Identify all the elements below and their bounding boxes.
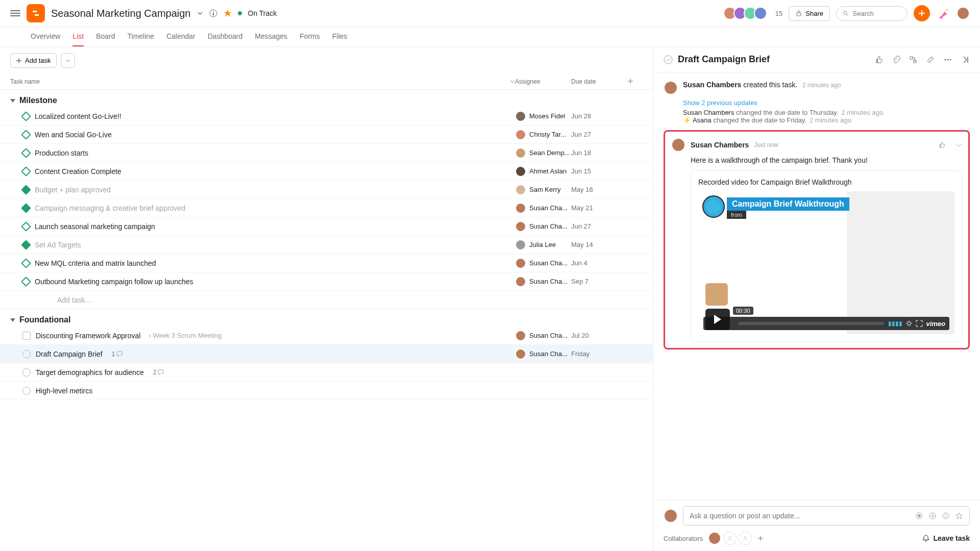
task-assignee[interactable]: Julia Lee [515, 239, 571, 251]
star-icon[interactable] [224, 9, 232, 17]
add-collaborator[interactable] [723, 532, 737, 545]
task-assignee[interactable]: Sean Demp... [515, 147, 571, 159]
fullscreen-icon[interactable] [916, 320, 923, 327]
milestone-icon[interactable] [21, 203, 31, 213]
member-avatars[interactable] [726, 7, 767, 20]
tab-forms[interactable]: Forms [300, 27, 320, 46]
info-icon[interactable] [209, 9, 217, 17]
parent-task-link[interactable]: ‹ Week 3 Scrum Meeting [149, 332, 222, 339]
check-icon[interactable] [22, 368, 31, 377]
search-box[interactable] [836, 6, 908, 21]
section-header[interactable]: Foundational [0, 309, 653, 327]
hamburger-icon[interactable] [10, 10, 20, 16]
video-preview[interactable]: Campaign Brief Walkthrough from 00:30 ▮▮… [698, 191, 954, 334]
task-row[interactable]: Draft Campaign Brief1 Susan Cha...Friday [0, 345, 653, 363]
user-avatar[interactable] [957, 7, 970, 20]
check-icon[interactable] [22, 387, 31, 395]
milestone-icon[interactable] [21, 148, 31, 158]
share-button[interactable]: Share [789, 6, 830, 21]
add-button[interactable] [914, 5, 930, 21]
tab-messages[interactable]: Messages [255, 27, 287, 46]
task-due[interactable]: Jun 28 [571, 112, 627, 120]
video-controls[interactable]: ▮▮▮▮ vimeo [703, 317, 949, 330]
video-scrubber[interactable] [738, 322, 884, 325]
vimeo-logo[interactable]: vimeo [926, 320, 945, 328]
check-circle-icon[interactable] [664, 55, 673, 64]
col-name-header[interactable]: Task name [10, 78, 40, 85]
milestone-icon[interactable] [21, 130, 31, 140]
chevron-down-icon[interactable] [197, 10, 203, 16]
comment-field[interactable] [690, 512, 910, 520]
subtask-icon[interactable] [909, 55, 918, 64]
attachment-icon[interactable] [891, 55, 900, 64]
task-due[interactable]: Jun 27 [571, 222, 627, 230]
task-row[interactable]: Content Creation CompleteAhmet AslanJun … [0, 162, 653, 181]
task-due[interactable]: Jul 20 [571, 332, 627, 339]
add-task-inline[interactable]: Add task... [22, 296, 515, 304]
celebration-icon[interactable] [936, 6, 950, 20]
milestone-icon[interactable] [21, 240, 31, 250]
task-row[interactable]: Localized content Go-Live!!Moses FidelJu… [0, 107, 653, 126]
task-due[interactable]: Jun 27 [571, 131, 627, 138]
col-assignee-header[interactable]: Assignee [515, 78, 571, 85]
task-row[interactable]: Outbound Marketing campaign follow up la… [0, 272, 653, 291]
more-icon[interactable] [943, 55, 952, 64]
task-assignee[interactable]: Susan Cha... [515, 276, 571, 287]
task-due[interactable]: May 16 [571, 186, 627, 193]
task-assignee[interactable]: Susan Cha... [515, 221, 571, 232]
tab-list[interactable]: List [72, 27, 84, 46]
add-collaborator-plus[interactable] [754, 532, 767, 545]
thumbs-up-icon[interactable] [874, 55, 883, 64]
task-due[interactable]: Jun 15 [571, 167, 627, 175]
task-due[interactable]: Jun 18 [571, 149, 627, 157]
show-previous-updates[interactable]: Show 2 previous updates [683, 99, 970, 107]
emoji-icon[interactable] [942, 512, 950, 520]
task-row[interactable]: Production startsSean Demp...Jun 18 [0, 144, 653, 162]
add-column-button[interactable] [627, 78, 643, 85]
task-row[interactable]: Set Ad TargetsJulia LeeMay 14 [0, 236, 653, 254]
milestone-icon[interactable] [21, 277, 31, 287]
task-row[interactable]: Target demographics for audience2 [0, 363, 653, 382]
member-avatar[interactable] [754, 7, 767, 20]
tab-calendar[interactable]: Calendar [166, 27, 195, 46]
task-row[interactable]: High-level metircs [0, 382, 653, 400]
comment-count[interactable]: 2 [153, 369, 164, 376]
task-assignee[interactable]: Susan Cha... [515, 348, 571, 360]
add-collaborator[interactable] [739, 532, 752, 545]
task-assignee[interactable]: Susan Cha... [515, 203, 571, 214]
search-input[interactable] [853, 10, 901, 17]
comment-count[interactable]: 1 [112, 350, 123, 358]
task-due[interactable]: Sep 7 [571, 278, 627, 285]
task-row[interactable]: New MQL criteria and matrix launchedSusa… [0, 254, 653, 272]
tab-files[interactable]: Files [332, 27, 348, 46]
star-icon[interactable] [955, 512, 963, 520]
comment-input[interactable] [683, 506, 970, 525]
close-pane-icon[interactable] [961, 55, 970, 64]
milestone-icon[interactable] [21, 258, 31, 268]
task-due[interactable]: Jun 4 [571, 259, 627, 267]
task-due[interactable]: May 14 [571, 241, 627, 248]
status-label[interactable]: On Track [248, 9, 277, 17]
task-row[interactable]: Campaign messaging & creative brief appr… [0, 199, 653, 217]
milestone-icon[interactable] [21, 185, 31, 195]
chevron-down-icon[interactable] [510, 79, 515, 84]
task-row[interactable]: Discounting Framework Approval‹ Week 3 S… [0, 327, 653, 345]
like-button[interactable] [938, 141, 946, 149]
task-due[interactable]: May 21 [571, 204, 627, 212]
gear-icon[interactable] [905, 320, 913, 327]
task-assignee[interactable]: Susan Cha... [515, 258, 571, 269]
task-row[interactable]: Budget + plan approvedSam KerryMay 16 [0, 181, 653, 199]
task-assignee[interactable]: Sam Kerry [515, 184, 571, 195]
task-row[interactable]: Launch seasonal marketing campaignSusan … [0, 217, 653, 236]
milestone-icon[interactable] [21, 166, 31, 177]
task-row[interactable]: Wen and Social Go-LiveChristy Tar...Jun … [0, 126, 653, 144]
add-task-dropdown[interactable] [61, 53, 75, 68]
task-assignee[interactable]: Christy Tar... [515, 129, 571, 140]
record-icon[interactable] [915, 512, 923, 520]
tab-timeline[interactable]: Timeline [128, 27, 154, 46]
section-header[interactable]: Milestone [0, 90, 653, 107]
task-assignee[interactable]: Moses Fidel [515, 111, 571, 122]
chevron-down-icon[interactable] [955, 141, 962, 148]
task-due[interactable]: Friday [571, 350, 627, 358]
mention-icon[interactable] [928, 512, 937, 520]
